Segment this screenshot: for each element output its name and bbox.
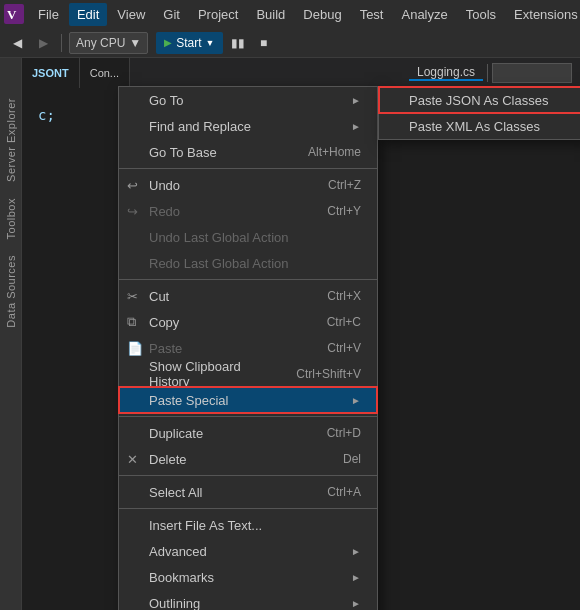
menu-analyze[interactable]: Analyze — [393, 3, 455, 26]
menu-project[interactable]: Project — [190, 3, 246, 26]
menu-paste-json[interactable]: Paste JSON As Classes — [379, 87, 580, 113]
menu-cut[interactable]: ✂ Cut Ctrl+X — [119, 283, 377, 309]
menu-redo-global[interactable]: Redo Last Global Action — [119, 250, 377, 276]
sep-2 — [119, 279, 377, 280]
menu-paste[interactable]: 📄 Paste Ctrl+V — [119, 335, 377, 361]
paste-special-arrow-icon: ► — [351, 395, 361, 406]
menu-find-replace[interactable]: Find and Replace ► — [119, 113, 377, 139]
menubar: V File Edit View Git Project Build Debug… — [0, 0, 580, 28]
menu-select-all[interactable]: Select All Ctrl+A — [119, 479, 377, 505]
server-explorer-label[interactable]: Server Explorer — [5, 98, 17, 182]
menu-paste-xml[interactable]: Paste XML As Classes — [379, 113, 580, 139]
menu-extensions[interactable]: Extensions — [506, 3, 580, 26]
toolbox-label[interactable]: Toolbox — [5, 198, 17, 239]
dropdown-arrow-icon: ▼ — [129, 36, 141, 50]
paste-special-submenu: Paste JSON As Classes Paste XML As Class… — [378, 86, 580, 140]
menu-view[interactable]: View — [109, 3, 153, 26]
menu-edit[interactable]: Edit — [69, 3, 107, 26]
menu-redo[interactable]: ↪ Redo Ctrl+Y — [119, 198, 377, 224]
undo-icon: ↩ — [127, 178, 138, 193]
menu-paste-special[interactable]: Paste Special ► — [119, 387, 377, 413]
play-icon: ▶ — [164, 37, 172, 48]
menu-clipboard-history[interactable]: Show Clipboard History Ctrl+Shift+V — [119, 361, 377, 387]
menu-copy[interactable]: ⧉ Copy Ctrl+C — [119, 309, 377, 335]
vs-logo-icon: V — [4, 4, 24, 24]
stop-button[interactable]: ■ — [253, 32, 275, 54]
sep-5 — [119, 508, 377, 509]
copy-icon: ⧉ — [127, 314, 136, 330]
menu-test[interactable]: Test — [352, 3, 392, 26]
sep-4 — [119, 475, 377, 476]
menu-file[interactable]: File — [30, 3, 67, 26]
sep-3 — [119, 416, 377, 417]
start-button[interactable]: ▶ Start ▼ — [156, 32, 222, 54]
menu-advanced[interactable]: Advanced ► — [119, 538, 377, 564]
cpu-label: Any CPU — [76, 36, 125, 50]
start-dropdown-arrow: ▼ — [206, 38, 215, 48]
cpu-dropdown[interactable]: Any CPU ▼ — [69, 32, 148, 54]
delete-icon: ✕ — [127, 452, 138, 467]
menu-build[interactable]: Build — [248, 3, 293, 26]
menu-undo[interactable]: ↩ Undo Ctrl+Z — [119, 172, 377, 198]
bookmarks-arrow-icon: ► — [351, 572, 361, 583]
forward-button[interactable]: ▶ — [32, 32, 54, 54]
menu-insert-file[interactable]: Insert File As Text... — [119, 512, 377, 538]
menu-goto-base[interactable]: Go To Base Alt+Home — [119, 139, 377, 165]
main-area: Server Explorer Toolbox Data Sources JSO… — [0, 58, 580, 610]
menu-tools[interactable]: Tools — [458, 3, 504, 26]
toolbar-separator-1 — [61, 34, 62, 52]
redo-icon: ↪ — [127, 204, 138, 219]
pause-button[interactable]: ▮▮ — [227, 32, 249, 54]
back-button[interactable]: ◀ — [6, 32, 28, 54]
left-sidebar: Server Explorer Toolbox Data Sources — [0, 58, 22, 610]
dropdown-overlay: Go To ► Find and Replace ► Go To Base Al… — [22, 58, 580, 610]
menu-outlining[interactable]: Outlining ► — [119, 590, 377, 610]
document-area: JSONT Con... Logging.cs c; — [22, 58, 580, 610]
menu-bookmarks[interactable]: Bookmarks ► — [119, 564, 377, 590]
sep-1 — [119, 168, 377, 169]
advanced-arrow-icon: ► — [351, 546, 361, 557]
menu-delete[interactable]: ✕ Delete Del — [119, 446, 377, 472]
menu-git[interactable]: Git — [155, 3, 188, 26]
outlining-arrow-icon: ► — [351, 598, 361, 609]
menu-duplicate[interactable]: Duplicate Ctrl+D — [119, 420, 377, 446]
menu-undo-global[interactable]: Undo Last Global Action — [119, 224, 377, 250]
menu-goto[interactable]: Go To ► — [119, 87, 377, 113]
menu-debug[interactable]: Debug — [295, 3, 349, 26]
edit-menu: Go To ► Find and Replace ► Go To Base Al… — [118, 86, 378, 610]
paste-icon: 📄 — [127, 341, 143, 356]
find-replace-arrow-icon: ► — [351, 121, 361, 132]
svg-text:V: V — [7, 7, 17, 22]
goto-arrow-icon: ► — [351, 95, 361, 106]
start-label: Start — [176, 36, 201, 50]
data-sources-label[interactable]: Data Sources — [5, 255, 17, 328]
toolbar: ◀ ▶ Any CPU ▼ ▶ Start ▼ ▮▮ ■ — [0, 28, 580, 58]
cut-icon: ✂ — [127, 289, 138, 304]
